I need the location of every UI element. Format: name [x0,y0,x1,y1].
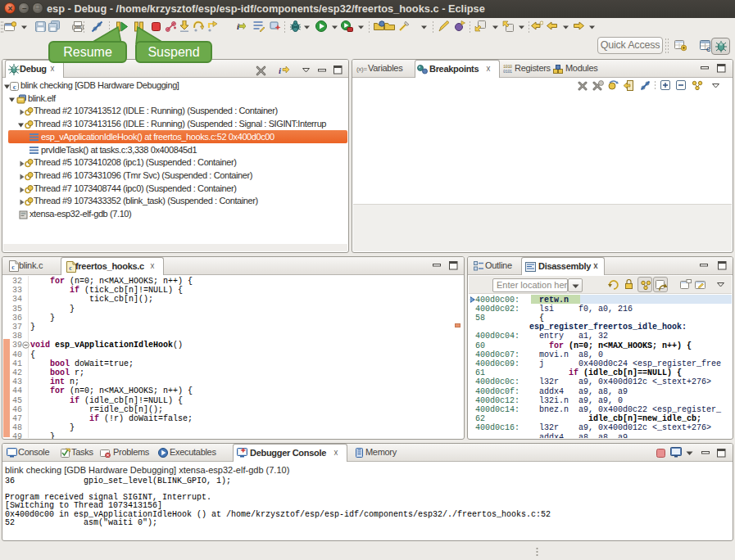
svg-text:i: i [279,65,282,75]
svg-text:C: C [706,47,710,52]
svg-text:c: c [13,83,16,91]
svg-text:0101: 0101 [503,70,512,74]
svg-text:888: 888 [75,25,81,29]
svg-text:(x)=: (x)= [356,65,367,73]
